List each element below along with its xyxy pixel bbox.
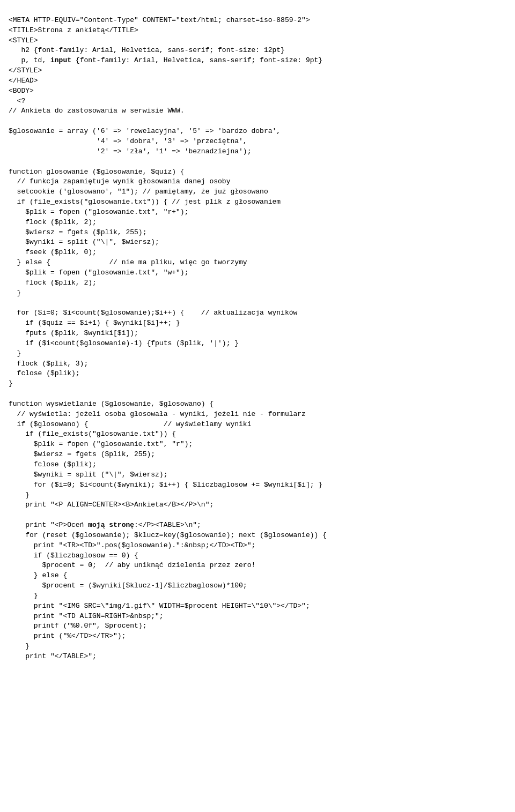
- line-8: <BODY>: [9, 87, 34, 95]
- line-56: } else {: [9, 571, 67, 579]
- line-30: for ($i=0; $i<count($glosowanie);$i++) {…: [9, 309, 297, 317]
- line-54: if ($liczbaglosow == 0) {: [9, 552, 138, 560]
- line-18: setcookie ('glosowano', "1"); // pamięta…: [9, 188, 268, 196]
- line-34: }: [9, 349, 21, 357]
- line-35: flock ($plik, 3);: [9, 360, 88, 368]
- code-content: <META HTTP-EQUIV="Content-Type" CONTENT=…: [9, 5, 506, 662]
- line-16: function glosowanie ($glosowanie, $quiz)…: [9, 168, 185, 176]
- line-12: $glosowanie = array ('6' => 'rewelacyjna…: [9, 127, 281, 135]
- line-22: $wiersz = fgets ($plik, 255);: [9, 228, 146, 236]
- line-60: print "<TD ALIGN=RIGHT>&nbsp;";: [9, 612, 164, 620]
- line-55: $procent = 0; // aby uniknąć dzielenia p…: [9, 561, 255, 569]
- line-40: // wyświetla: jeżeli osoba głosowała - w…: [9, 410, 306, 418]
- line-37: }: [9, 379, 13, 388]
- line-7: </HEAD>: [9, 77, 38, 85]
- line-14: '2' => 'zła', '1' => 'beznadziejna');: [9, 147, 251, 155]
- line-20: $plik = fopen ("glosowanie.txt", "r+");: [9, 208, 188, 216]
- line-21: flock ($plik, 2);: [9, 218, 97, 226]
- line-42: if (file_exists("glosowanie.txt")) {: [9, 430, 176, 438]
- line-33: if ($i<count($glosowanie)-1) {fputs ($pl…: [9, 339, 239, 347]
- line-57: $procent = ($wyniki[$klucz-1]/$liczbaglo…: [9, 582, 247, 590]
- line-53: print "<TR><TD>".pos($glosowanie).":&nbs…: [9, 541, 255, 549]
- line-4: h2 {font-family: Arial, Helvetica, sans-…: [9, 46, 285, 54]
- line-26: $plik = fopen ("glosowanie.txt", "w+");: [9, 269, 188, 277]
- line-3: <STYLE>: [9, 36, 38, 44]
- line-24: fseek ($plik, 0);: [9, 248, 97, 256]
- line-51: print "<P>Oceń moją stronę:</P><TABLE>\n…: [9, 521, 201, 529]
- line-61: printf ("%0.0f", $procent);: [9, 622, 146, 630]
- line-6: </STYLE>: [9, 66, 42, 75]
- line-49: print "<P ALIGN=CENTER><B>Ankieta</B></P…: [9, 501, 214, 509]
- line-39: function wyswietlanie ($glosowanie, $glo…: [9, 400, 214, 408]
- line-41: if ($glosowano) { // wyświetlamy wyniki: [9, 420, 251, 428]
- line-36: fclose ($plik);: [9, 369, 80, 377]
- line-43: $plik = fopen ("glosowanie.txt", "r");: [9, 440, 193, 448]
- line-13: '4' => 'dobra', '3' => 'przeciętna',: [9, 137, 247, 145]
- line-9: <?: [9, 97, 25, 105]
- line-19: if (file_exists("glosowanie.txt")) { // …: [9, 198, 281, 206]
- line-45: fclose ($plik);: [9, 460, 97, 468]
- line-44: $wiersz = fgets ($plik, 255);: [9, 450, 155, 458]
- line-58: }: [9, 592, 38, 600]
- line-32: fputs ($plik, $wyniki[$i]);: [9, 329, 138, 337]
- line-63: }: [9, 642, 30, 650]
- line-17: // funkcja zapamiętuje wynik głosowania …: [9, 177, 230, 185]
- line-1: <META HTTP-EQUIV="Content-Type" CONTENT=…: [9, 16, 310, 24]
- line-62: print ("%</TD></TR>");: [9, 632, 126, 640]
- line-31: if ($quiz == $i+1) { $wyniki[$i]++; }: [9, 319, 180, 327]
- line-10: // Ankieta do zastosowania w serwisie WW…: [9, 107, 185, 115]
- line-59: print "<IMG SRC=\"img/1.gif\" WIDTH=$pro…: [9, 602, 310, 610]
- line-28: }: [9, 289, 21, 297]
- line-46: $wyniki = split ("\|", $wiersz);: [9, 471, 167, 479]
- line-47: for ($i=0; $i<count($wyniki); $i++) { $l…: [9, 481, 322, 489]
- line-5: p, td, input {font-family: Arial, Helvet…: [9, 56, 322, 64]
- line-48: }: [9, 491, 30, 499]
- line-27: flock ($plik, 2);: [9, 279, 97, 287]
- line-64: print "</TABLE>";: [9, 652, 97, 660]
- line-23: $wyniki = split ("\|", $wiersz);: [9, 238, 159, 246]
- line-52: for (reset ($glosowanie); $klucz=key($gl…: [9, 531, 327, 539]
- line-2: <TITLE>Strona z ankietą</TITLE>: [9, 26, 138, 34]
- line-25: } else { // nie ma pliku, więc go tworzy…: [9, 258, 247, 266]
